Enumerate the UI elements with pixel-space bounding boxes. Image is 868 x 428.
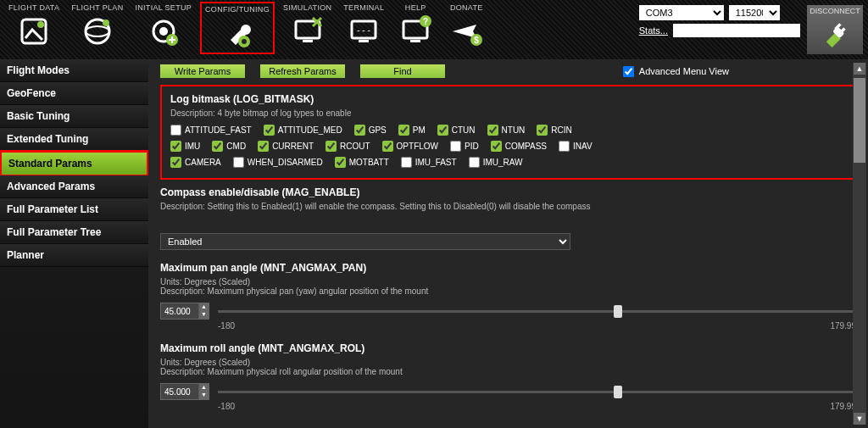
plug-icon xyxy=(821,19,849,47)
plane-icon: $ xyxy=(447,14,486,49)
sidebar-item-standard-params[interactable]: Standard Params xyxy=(0,151,148,175)
mag-enable-select[interactable]: Enabled xyxy=(160,233,570,250)
tool-help[interactable]: HELP ? xyxy=(392,2,438,54)
tool-flight-plan[interactable]: FLIGHT PLAN xyxy=(68,2,126,54)
write-params-button[interactable]: Write Params xyxy=(160,64,245,78)
bitmask-option-ntun[interactable]: NTUN xyxy=(487,125,526,136)
svg-rect-13 xyxy=(359,40,369,42)
tool-donate[interactable]: DONATE $ xyxy=(443,2,489,54)
spin-up-icon[interactable]: ▲ xyxy=(198,303,209,311)
sidebar: Flight Modes GeoFence Basic Tuning Exten… xyxy=(0,59,148,428)
gear-plus-icon xyxy=(144,14,183,49)
com-port-select[interactable]: COM3 xyxy=(639,5,724,20)
bitmask-option-compass[interactable]: COMPASS xyxy=(491,141,547,152)
terminal-icon: - - - xyxy=(344,14,383,49)
mnt-pan-spinner[interactable]: ▲▼ xyxy=(160,303,209,320)
mnt-pan-slider[interactable] xyxy=(218,310,856,313)
svg-rect-11 xyxy=(303,40,313,42)
mnt-rol-slider[interactable] xyxy=(218,391,856,393)
svg-point-1 xyxy=(37,21,44,28)
main-toolbar: FLIGHT DATA FLIGHT PLAN INITIAL SETUP CO… xyxy=(0,0,868,59)
bitmask-option-motbatt[interactable]: MOTBATT xyxy=(335,157,389,168)
refresh-params-button[interactable]: Refresh Params xyxy=(260,64,345,78)
sidebar-item-full-param-tree[interactable]: Full Parameter Tree xyxy=(0,221,148,244)
svg-point-6 xyxy=(159,27,168,36)
mnt-rol-spinner[interactable]: ▲▼ xyxy=(160,383,209,400)
tool-initial-setup[interactable]: INITIAL SETUP xyxy=(131,2,195,54)
globe-icon xyxy=(78,14,117,49)
bitmask-option-pm[interactable]: PM xyxy=(398,125,426,136)
scrollbar-thumb[interactable] xyxy=(854,78,865,163)
svg-text:$: $ xyxy=(474,36,479,45)
param-mnt-angmax-pan: Maximum pan angle (MNT_ANGMAX_PAN) Units… xyxy=(160,262,856,331)
sidebar-item-basic-tuning[interactable]: Basic Tuning xyxy=(0,105,148,128)
param-mag-enable: Compass enable/disable (MAG_ENABLE) Desc… xyxy=(160,186,856,250)
sidebar-item-flight-modes[interactable]: Flight Modes xyxy=(0,59,148,82)
bitmask-option-inav[interactable]: INAV xyxy=(559,141,593,152)
tool-terminal[interactable]: TERMINAL - - - xyxy=(340,2,387,54)
advanced-view-checkbox[interactable]: Advanced Menu View xyxy=(623,66,729,77)
bitmask-option-camera[interactable]: CAMERA xyxy=(170,157,221,168)
bitmask-option-imu_raw[interactable]: IMU_RAW xyxy=(469,157,523,168)
tool-simulation[interactable]: SIMULATION xyxy=(280,2,335,54)
bitmask-option-gps[interactable]: GPS xyxy=(354,125,387,136)
param-mnt-angmax-rol: Maximum roll angle (MNT_ANGMAX_ROL) Unit… xyxy=(160,342,856,411)
scroll-down-icon[interactable]: ▼ xyxy=(854,413,865,425)
svg-point-4 xyxy=(103,19,109,26)
toolbar-connection-panel: COM3 115200 Stats... DISCONNECT xyxy=(639,5,863,54)
slider-thumb[interactable] xyxy=(614,305,622,318)
svg-text:- - -: - - - xyxy=(357,25,370,35)
slider-thumb[interactable] xyxy=(614,386,622,398)
bitmask-option-when_disarmed[interactable]: WHEN_DISARMED xyxy=(233,157,323,168)
bitmask-option-current[interactable]: CURRENT xyxy=(258,141,314,152)
bitmask-option-attitude_fast[interactable]: ATTITUDE_FAST xyxy=(170,125,252,136)
bitmask-option-cmd[interactable]: CMD xyxy=(212,141,246,152)
param-title-log-bitmask: Log bitmask (LOG_BITMASK) xyxy=(170,93,846,105)
monitor-x-icon xyxy=(288,14,327,49)
content-panel: Write Params Refresh Params Find Advance… xyxy=(148,59,868,428)
vertical-scrollbar[interactable]: ▲ ▼ xyxy=(853,63,866,425)
tool-config-tuning[interactable]: CONFIG/TUNING xyxy=(200,2,275,54)
bitmask-option-attitude_med[interactable]: ATTITUDE_MED xyxy=(264,125,342,136)
scroll-up-icon[interactable]: ▲ xyxy=(854,63,865,75)
sidebar-item-planner[interactable]: Planner xyxy=(0,244,148,267)
find-button[interactable]: Find xyxy=(360,64,445,78)
bitmask-option-imu[interactable]: IMU xyxy=(170,141,200,152)
sidebar-item-full-param-list[interactable]: Full Parameter List xyxy=(0,198,148,221)
gauge-icon xyxy=(14,14,53,49)
svg-text:?: ? xyxy=(423,17,428,26)
bitmask-option-imu_fast[interactable]: IMU_FAST xyxy=(401,157,457,168)
tool-flight-data[interactable]: FLIGHT DATA xyxy=(5,2,63,54)
stats-input[interactable] xyxy=(673,24,800,37)
svg-rect-16 xyxy=(410,40,420,42)
bitmask-option-optflow[interactable]: OPTFLOW xyxy=(382,141,438,152)
log-bitmask-panel: Log bitmask (LOG_BITMASK) Description: 4… xyxy=(160,85,856,180)
spin-down-icon[interactable]: ▼ xyxy=(198,392,209,399)
bitmask-option-pid[interactable]: PID xyxy=(450,141,479,152)
spin-down-icon[interactable]: ▼ xyxy=(198,311,209,319)
sidebar-item-advanced-params[interactable]: Advanced Params xyxy=(0,175,148,198)
stats-link[interactable]: Stats... xyxy=(639,25,668,36)
svg-point-9 xyxy=(242,39,247,44)
baud-rate-select[interactable]: 115200 xyxy=(729,5,780,20)
bitmask-option-rcout[interactable]: RCOUT xyxy=(326,141,370,152)
svg-point-3 xyxy=(86,26,109,36)
disconnect-button[interactable]: DISCONNECT xyxy=(807,5,863,54)
sidebar-item-geofence[interactable]: GeoFence xyxy=(0,82,148,105)
action-bar: Write Params Refresh Params Find Advance… xyxy=(160,64,856,78)
bitmask-option-ctun[interactable]: CTUN xyxy=(437,125,476,136)
spin-up-icon[interactable]: ▲ xyxy=(198,384,209,392)
help-icon: ? xyxy=(396,14,435,49)
bitmask-option-rcin[interactable]: RCIN xyxy=(537,125,571,136)
sidebar-item-extended-tuning[interactable]: Extended Tuning xyxy=(0,128,148,151)
wrench-icon xyxy=(218,15,257,51)
